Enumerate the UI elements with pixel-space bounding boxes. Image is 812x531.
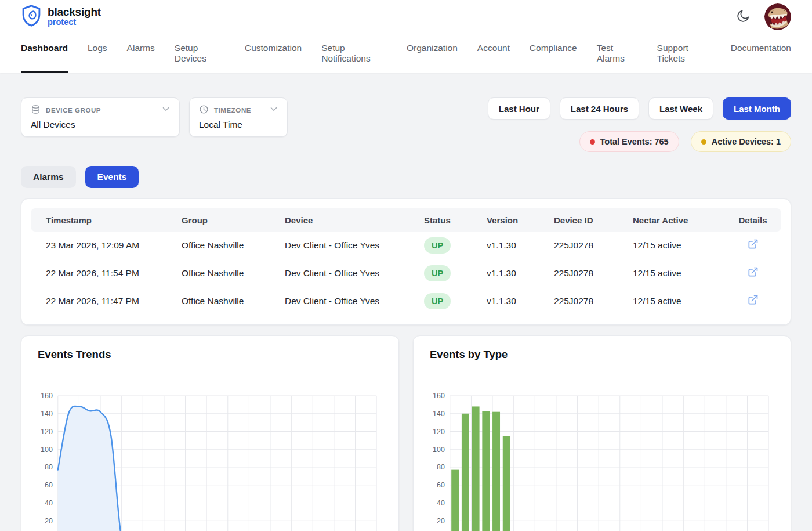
details-link[interactable] [747,239,759,250]
col-group: Group [175,208,278,232]
red-dot-icon [590,139,595,145]
status-badge: UP [424,293,451,309]
cell-status: UP [417,259,480,287]
col-details: Details [724,208,781,232]
svg-text:100: 100 [41,446,53,454]
toggle-button-events[interactable]: Events [85,166,139,188]
nav-item-support-tickets[interactable]: Support Tickets [657,34,711,73]
brand-logo[interactable]: blacksight protect [21,4,101,30]
cell-device-id: 225J0278 [547,259,626,287]
cell-details [724,287,781,315]
theme-toggle-button[interactable] [736,9,751,25]
timezone-value: Local Time [199,120,279,130]
nav-item-logs[interactable]: Logs [88,34,107,73]
range-button-last-month[interactable]: Last Month [723,97,791,120]
right-controls: Last HourLast 24 HoursLast WeekLast Mont… [488,97,791,152]
nav-item-customization[interactable]: Customization [245,34,302,73]
svg-text:80: 80 [437,463,445,471]
toggle-button-alarms[interactable]: Alarms [21,166,76,188]
site-header: blacksight protect [0,0,812,73]
page: blacksight protect [0,0,812,531]
nav-item-compliance[interactable]: Compliance [530,34,577,73]
svg-text:140: 140 [41,410,53,418]
cell-nectar-active: 12/15 active [626,259,724,287]
cell-group: Office Nashville [175,259,278,287]
cell-details [724,232,781,259]
external-link-icon [747,266,759,278]
range-button-last-24-hours[interactable]: Last 24 Hours [560,97,639,120]
svg-text:40: 40 [437,499,445,507]
cell-version: v1.1.30 [480,232,547,259]
cell-device-id: 225J0278 [547,232,626,259]
col-timestamp: Timestamp [31,208,175,232]
nav-item-test-alarms[interactable]: Test Alarms [597,34,637,73]
nav-item-organization[interactable]: Organization [407,34,458,73]
cell-nectar-active: 12/15 active [626,287,724,315]
events-by-type-chart: 0204060801001201401603/173/193/213/233/2… [414,373,791,531]
main-nav: DashboardLogsAlarmsSetup DevicesCustomiz… [0,34,812,73]
col-version: Version [480,208,547,232]
status-badge: UP [424,237,451,254]
events-trends-title: Events Trends [38,348,382,361]
svg-text:20: 20 [45,517,53,525]
device-group-dropdown[interactable]: DEVICE GROUP All Devices [21,97,180,137]
external-link-icon [747,239,759,250]
nav-item-documentation[interactable]: Documentation [731,34,791,73]
external-link-icon [747,294,759,306]
svg-text:80: 80 [45,463,53,471]
details-link[interactable] [747,266,759,278]
svg-text:160: 160 [41,392,53,400]
chevron-down-icon [161,104,171,117]
view-toggle: AlarmsEvents [21,166,791,188]
total-events-badge: Total Events: 765 [579,131,679,152]
svg-text:160: 160 [433,392,445,400]
nav-item-alarms[interactable]: Alarms [127,34,155,73]
avatar[interactable] [764,3,791,30]
timezone-dropdown[interactable]: TIMEZONE Local Time [189,97,288,137]
events-table-card: TimestampGroupDeviceStatusVersionDevice … [21,198,791,325]
filters-row: DEVICE GROUP All Devices [21,97,791,153]
cell-device-id: 225J0278 [547,287,626,315]
timezone-header: TIMEZONE [199,104,279,117]
range-button-last-week[interactable]: Last Week [648,97,713,120]
status-badge: UP [424,265,451,281]
range-button-last-hour[interactable]: Last Hour [488,97,550,120]
events-trends-chart: 0204060801001201401603/173/193/213/233/2… [21,373,398,531]
cell-timestamp: 22 Mar 2026, 11:54 PM [31,259,175,287]
events-trends-card: Events Trends 0204060801001201401603/173… [21,335,399,531]
svg-text:20: 20 [437,517,445,525]
col-nectar-active: Nectar Active [626,208,724,232]
details-link[interactable] [747,294,759,306]
svg-text:140: 140 [433,410,445,418]
events-by-type-header: Events by Type [414,336,791,373]
col-device-id: Device ID [547,208,626,232]
shield-leaf-icon [21,4,42,30]
device-group-value: All Devices [31,120,171,130]
nav-item-account[interactable]: Account [477,34,510,73]
nav-item-dashboard[interactable]: Dashboard [21,34,68,73]
events-trends-header: Events Trends [21,336,398,373]
events-by-type-title: Events by Type [430,348,774,361]
cell-timestamp: 23 Mar 2026, 12:09 AM [31,232,175,259]
stat-badges: Total Events: 765 Active Devices: 1 [579,131,792,152]
svg-text:120: 120 [41,428,53,436]
amber-dot-icon [701,139,706,145]
nav-item-setup-notifications[interactable]: Setup Notifications [321,34,387,73]
col-status: Status [417,208,480,232]
cell-group: Office Nashville [175,287,278,315]
database-icon [31,104,41,117]
active-devices-text: Active Devices: 1 [712,137,781,146]
svg-text:60: 60 [437,481,445,489]
svg-text:40: 40 [45,499,53,507]
brand-text: blacksight protect [48,6,101,27]
table-header-row: TimestampGroupDeviceStatusVersionDevice … [31,208,781,232]
col-device: Device [278,208,417,232]
timezone-label: TIMEZONE [214,107,251,114]
svg-text:100: 100 [433,446,445,454]
cell-nectar-active: 12/15 active [626,232,724,259]
brand-subtitle: protect [48,18,101,27]
cell-timestamp: 22 Mar 2026, 11:47 PM [31,287,175,315]
cell-device: Dev Client - Office Yves [278,259,417,287]
nav-item-setup-devices[interactable]: Setup Devices [175,34,225,73]
table-body: 23 Mar 2026, 12:09 AMOffice NashvilleDev… [31,232,781,315]
